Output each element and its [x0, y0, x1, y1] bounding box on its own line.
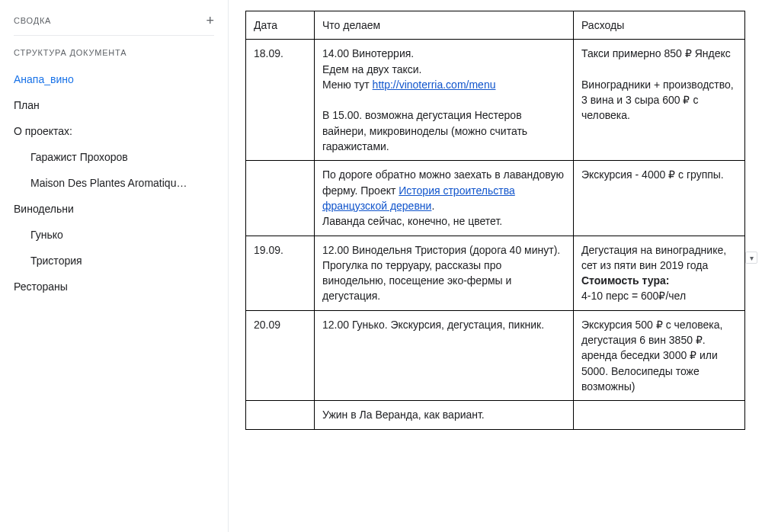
- document-main: Дата Что делаем Расходы 18.09.14.00 Вино…: [229, 0, 762, 532]
- cell-activity: По дороге обратно можно заехать в лаванд…: [315, 161, 574, 236]
- cell-date: [246, 401, 315, 429]
- col-expenses: Расходы: [574, 11, 745, 40]
- cell-date: 19.09.: [246, 236, 315, 310]
- table-row: 18.09.14.00 Винотеррия. Едем на двух так…: [246, 40, 745, 161]
- structure-label: СТРУКТУРА ДОКУМЕНТА: [14, 48, 228, 57]
- cell-expense: Экскурсия 500 ₽ с человека, дегустация 6…: [574, 310, 745, 400]
- cell-date: 18.09.: [246, 40, 315, 161]
- outline-sidebar: СВОДКА + СТРУКТУРА ДОКУМЕНТА Анапа_виноП…: [0, 0, 229, 532]
- summary-header: СВОДКА +: [14, 14, 228, 27]
- table-row: По дороге обратно можно заехать в лаванд…: [246, 161, 745, 236]
- cell-date: 20.09: [246, 310, 315, 400]
- expense-bold: Стоимость тура:: [581, 274, 669, 287]
- col-activity: Что делаем: [315, 11, 574, 40]
- table-row: 20.0912.00 Гунько. Экскурсия, дегустация…: [246, 310, 745, 400]
- cell-activity: Ужин в Ла Веранда, как вариант.: [315, 401, 574, 429]
- cell-activity: 14.00 Винотеррия. Едем на двух такси. Ме…: [315, 40, 574, 161]
- cell-activity: 12.00 Винодельня Тристория (дорога 40 ми…: [315, 236, 574, 310]
- cell-expense: Такси примерно 850 ₽ Яндекс Виноградники…: [574, 40, 745, 161]
- outline-list: Анапа_виноПланО проектах:Гаражист Прохор…: [14, 66, 228, 300]
- outline-item[interactable]: Гаражист Прохоров: [14, 144, 228, 170]
- outline-item[interactable]: Maison Des Plantes Aromatiqu…: [14, 170, 228, 196]
- divider: [14, 35, 214, 36]
- summary-label: СВОДКА: [14, 16, 51, 25]
- outline-item[interactable]: Рестораны: [14, 274, 228, 300]
- cell-expense: Дегустация на винограднике, сет из пяти …: [574, 236, 745, 310]
- table-row: Ужин в Ла Веранда, как вариант.: [246, 401, 745, 429]
- outline-item[interactable]: Тристория: [14, 248, 228, 274]
- activity-link[interactable]: История строительства французской деревн…: [322, 184, 515, 212]
- cell-expense: Экскурсия - 4000 ₽ с группы.: [574, 161, 745, 236]
- add-summary-icon[interactable]: +: [206, 14, 214, 27]
- plan-table: Дата Что делаем Расходы 18.09.14.00 Вино…: [245, 11, 745, 430]
- cell-activity: 12.00 Гунько. Экскурсия, дегустация, пик…: [315, 310, 574, 400]
- table-row: 19.09.12.00 Винодельня Тристория (дорога…: [246, 236, 745, 310]
- outline-item[interactable]: План: [14, 92, 228, 118]
- col-date: Дата: [246, 11, 315, 40]
- outline-item[interactable]: Анапа_вино: [14, 66, 228, 92]
- chevron-down-icon[interactable]: ▾: [745, 252, 757, 264]
- cell-expense: [574, 401, 745, 429]
- cell-date: [246, 161, 315, 236]
- outline-item[interactable]: Гунько: [14, 222, 228, 248]
- activity-link[interactable]: http://vinoterria.com/menu: [373, 79, 496, 91]
- outline-item[interactable]: Винодельни: [14, 196, 228, 222]
- outline-item[interactable]: О проектах:: [14, 118, 228, 144]
- table-header-row: Дата Что делаем Расходы: [246, 11, 745, 40]
